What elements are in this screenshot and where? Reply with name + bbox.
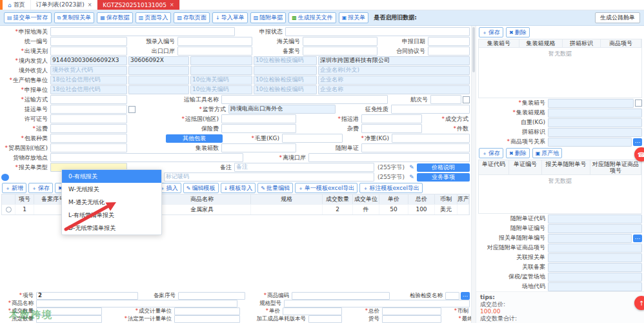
business-matters-button[interactable]: 业务事项 [417, 173, 470, 182]
unit-price-input[interactable] [283, 307, 342, 315]
sidebar-button[interactable]: ✖删除 [506, 27, 530, 37]
sidebar-button[interactable]: ▣原产地 [532, 148, 563, 158]
producer-credit-code-input[interactable]: 18位社会信用代码 [50, 76, 127, 85]
ciq-name-input[interactable] [445, 292, 459, 300]
item-toolbar-button[interactable]: ✎批量编辑 [257, 183, 293, 193]
arrival-country-input[interactable] [221, 114, 296, 123]
qty-input[interactable] [36, 307, 102, 315]
supervision-mode-input[interactable]: 跨境电商出口海外仓 [228, 105, 336, 114]
expand-icon[interactable] [1, 174, 9, 181]
attached-doc-code-input[interactable] [548, 214, 642, 224]
gross-weight-input[interactable] [282, 134, 343, 143]
toolbar-button[interactable]: ▦保存数据 [97, 12, 133, 23]
exit-customs-input[interactable] [50, 47, 127, 56]
container-spec-input[interactable] [548, 109, 642, 118]
item-toolbar-button[interactable]: ＋新增 [2, 183, 26, 193]
attached-doc-input[interactable] [361, 143, 470, 152]
domestic-shipper-customs-code-input[interactable]: 30606092X [128, 56, 189, 65]
overseas-consignee-name-input[interactable]: 企业名称(外文) [318, 66, 470, 75]
declare-agent-customs-code-input[interactable]: 10位海关编码 [190, 85, 252, 94]
sidebar-button[interactable]: ✖删除 [506, 148, 530, 158]
net-weight-input[interactable] [392, 134, 470, 143]
dropdown-option-4[interactable]: D-无纸带清单报关 [62, 222, 161, 234]
package-type-input[interactable] [50, 134, 127, 143]
input-field[interactable] [128, 85, 189, 94]
trade-country-input[interactable] [50, 143, 127, 152]
misc-fee-input[interactable] [361, 124, 422, 133]
remark-input[interactable]: 备注 [234, 163, 374, 172]
declare-customs-input[interactable] [50, 27, 235, 36]
consumption-version-input[interactable] [308, 315, 342, 323]
toolbar-button[interactable]: ▧存取页面 [174, 12, 210, 23]
declare-agent-ciq-code-input[interactable]: 10位检验检疫编码 [254, 85, 317, 94]
checkbox[interactable] [635, 99, 642, 107]
domestic-shipper-extra-input[interactable] [190, 56, 252, 65]
goods-location-input[interactable] [50, 153, 243, 162]
hs-code-input[interactable] [292, 292, 390, 300]
freight-input[interactable] [50, 124, 127, 133]
checkbox[interactable] [463, 96, 470, 103]
exit-port-input[interactable] [308, 153, 470, 162]
input-field[interactable] [190, 66, 252, 75]
toolbar-button[interactable]: ▨随附单据 [250, 12, 287, 23]
checkbox[interactable] [128, 106, 136, 113]
contract-no-input[interactable] [428, 47, 470, 56]
toolbar-button[interactable]: ▣报关单 [339, 12, 369, 23]
item-toolbar-button[interactable]: ✎编辑模板 [183, 183, 219, 193]
dropdown-option-1[interactable]: W-无纸报关 [62, 183, 161, 196]
vertical-scrollbar[interactable] [471, 26, 476, 323]
dropdown-option-3[interactable]: L-有纸带清单报关 [62, 209, 161, 222]
producer-customs-code-input[interactable]: 10位海关编码 [190, 76, 252, 85]
article-no-input[interactable] [382, 315, 441, 323]
sidebar-button[interactable]: ＋保存 [479, 27, 503, 37]
transport-mode-input[interactable] [50, 95, 127, 104]
levy-nature-input[interactable] [391, 105, 470, 114]
declaration-attached-no-input[interactable] [548, 234, 632, 243]
spec-model-input[interactable] [284, 300, 470, 307]
destination-port-input[interactable] [361, 114, 422, 123]
voyage-no-input[interactable] [430, 95, 461, 104]
sidebar-button[interactable]: ＋保存 [479, 148, 503, 158]
marks-input[interactable]: 标记唛码 [164, 172, 374, 182]
declare-agent-credit-code-input[interactable]: 18位社会信用代码 [50, 85, 127, 94]
other-package-button[interactable]: 其他包装 [166, 134, 223, 143]
declare-status-input[interactable] [285, 27, 470, 36]
pre-entry-no-input[interactable] [177, 37, 252, 46]
item-toolbar-button[interactable]: ＋单一模板excel导出 [295, 183, 358, 193]
more-button[interactable]: … [461, 292, 470, 300]
overseas-consignee-code-input[interactable]: 境外收货人代码 [50, 66, 127, 75]
scrollbar-thumb[interactable] [472, 27, 475, 72]
attached-doc-item-no-input[interactable] [548, 244, 642, 253]
toolbar-button[interactable]: ↓导入草单 [212, 12, 248, 23]
producer-ciq-code-input[interactable]: 10位检验检疫编码 [254, 76, 317, 85]
tab-1[interactable]: 订单列表(2023新)× [31, 0, 98, 10]
attached-doc-no-input[interactable] [548, 224, 642, 233]
customer-service-float-button[interactable]: ☎ [634, 147, 644, 162]
bonded-site-input[interactable] [548, 273, 642, 282]
goods-item-relation-input[interactable] [548, 138, 632, 147]
domestic-shipper-ciq-code-input[interactable]: 10位检验检疫编码 [254, 56, 317, 65]
domestic-shipper-name-input[interactable]: 深圳市跨国通科技有限公司 [318, 56, 470, 65]
container-weight-input[interactable] [548, 118, 642, 127]
item-toolbar-button[interactable]: ＋保存 [28, 183, 53, 193]
toolbar-button[interactable]: ⧉复制报关单 [54, 12, 95, 23]
declare-agent-name-input[interactable]: 企业名称 [318, 85, 470, 94]
row-radio-button[interactable] [6, 207, 12, 213]
more-button[interactable]: … [633, 234, 642, 242]
price-note-button[interactable]: 价格说明 [417, 163, 470, 172]
producer-name-input[interactable]: 企业名称 [318, 76, 470, 85]
item-no-input[interactable]: 2 [36, 292, 138, 300]
input-field[interactable] [128, 66, 189, 75]
unit-input[interactable] [174, 307, 240, 315]
back-to-top-float-button[interactable]: ↑ [634, 296, 644, 310]
record-serial-input[interactable] [178, 292, 245, 300]
toolbar-button[interactable]: ▩生成报关文件 [288, 12, 336, 23]
input-field[interactable] [128, 76, 189, 85]
site-code-input[interactable] [548, 282, 642, 291]
container-count-input[interactable] [221, 143, 296, 152]
input-field[interactable] [254, 66, 317, 75]
declare-date-input[interactable] [428, 37, 470, 46]
legal-qty-input[interactable] [36, 315, 102, 323]
tab-close-icon[interactable]: × [88, 2, 92, 8]
edit-icon[interactable]: ✎ [408, 174, 416, 180]
